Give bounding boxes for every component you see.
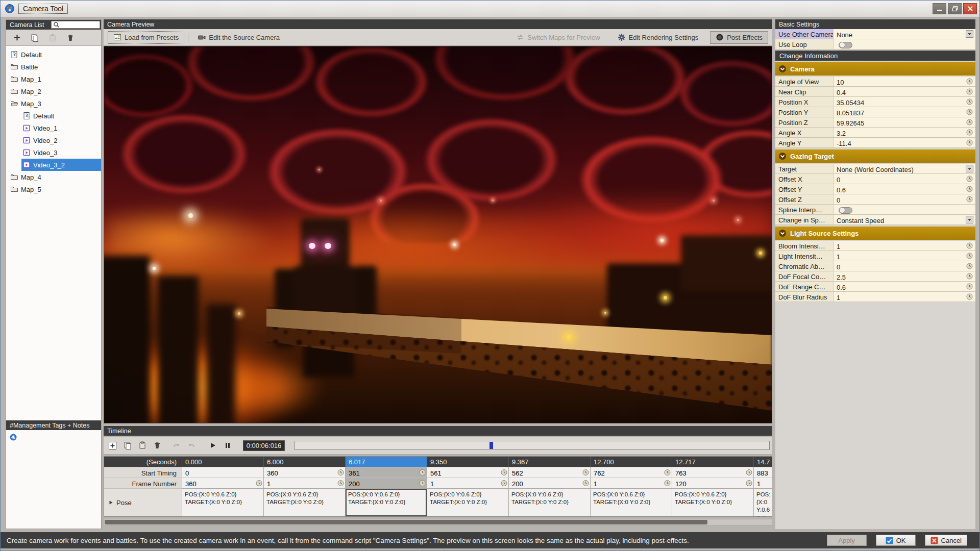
tree-item-battle[interactable]: Battle (6, 61, 101, 73)
start-timing-cell[interactable]: 883 (754, 467, 772, 478)
keyframe-icon[interactable] (963, 87, 975, 96)
keyframe-icon[interactable] (963, 107, 975, 117)
pose-cell[interactable]: POS:{X:0 Y:0.6 Z:0} TARGET:{X:0 Y:0 Z:0} (754, 488, 772, 516)
start-timing-cell[interactable]: 762 (591, 467, 672, 478)
keyframe-icon[interactable] (963, 271, 975, 281)
setting-value-position-y[interactable]: 8.051837 (833, 107, 963, 117)
setting-value-offset-z[interactable]: 0 (833, 194, 963, 204)
start-timing-cell[interactable]: 561 (427, 467, 509, 478)
pose-cell[interactable]: POS:{X:0 Y:0.6 Z:0} TARGET:{X:0 Y:0 Z:0} (509, 488, 591, 516)
restore-button[interactable] (948, 3, 962, 14)
keyframe-icon[interactable] (746, 469, 752, 476)
toggle-spline-interp[interactable] (839, 207, 852, 214)
edit-source-camera-button[interactable]: Edit the Source Camera (192, 31, 285, 44)
dropdown-button[interactable] (963, 215, 975, 224)
keyframe-icon[interactable] (963, 77, 975, 86)
timeline-scrubber[interactable] (295, 441, 770, 450)
dropdown-button[interactable] (963, 29, 975, 39)
setting-value-light-intensit[interactable]: 1 (833, 251, 963, 261)
playhead-marker[interactable] (489, 442, 493, 449)
setting-value-dof-range-c[interactable]: 0.6 (833, 282, 963, 291)
paste-camera-button[interactable] (46, 32, 59, 44)
keyframe-icon[interactable] (963, 282, 975, 291)
start-timing-cell[interactable]: 562 (509, 467, 591, 478)
scrollbar-thumb[interactable] (105, 520, 707, 524)
keyframe-icon[interactable] (337, 469, 344, 476)
timeline-column-header[interactable]: 6.000 (264, 457, 346, 467)
ok-button[interactable]: OK (876, 535, 916, 546)
start-timing-cell[interactable]: 361 (346, 467, 427, 478)
frame-number-cell[interactable]: 200 (346, 478, 427, 488)
camera-preview-viewport[interactable] (104, 46, 772, 423)
play-button[interactable] (206, 439, 219, 452)
keyframe-icon[interactable] (963, 261, 975, 271)
apply-button[interactable]: Apply (827, 535, 867, 546)
frame-number-cell[interactable]: 200 (509, 478, 591, 488)
cancel-button[interactable]: Cancel (925, 535, 967, 546)
timeline-column-header[interactable]: 9.367 (509, 457, 591, 467)
pose-cell[interactable]: POS:{X:0 Y:0.6 Z:0} TARGET:{X:0 Y:0 Z:0} (672, 488, 754, 516)
keyframe-icon[interactable] (963, 97, 975, 107)
tree-item-map-1[interactable]: Map_1 (6, 73, 101, 85)
tree-item-default[interactable]: Default (6, 48, 101, 61)
keyframe-icon[interactable] (963, 194, 975, 204)
dropdown-button[interactable] (963, 164, 975, 173)
close-button[interactable] (963, 3, 977, 14)
keyframe-icon[interactable] (419, 469, 426, 476)
add-camera-button[interactable] (11, 32, 23, 44)
tree-item-video-2[interactable]: Video_2 (6, 134, 101, 146)
setting-value-angle-y[interactable]: -11.4 (833, 138, 963, 147)
tree-item-map-3[interactable]: Map_3 (6, 97, 101, 110)
frame-number-cell[interactable]: 1 (754, 478, 772, 488)
pose-cell[interactable]: POS:{X:0 Y:0.6 Z:0} TARGET:{X:0 Y:0 Z:0} (427, 488, 509, 516)
load-from-presets-button[interactable]: Load from Presets (108, 31, 184, 44)
toggle-use-loop[interactable] (839, 42, 852, 48)
pose-cell[interactable]: POS:{X:0 Y:0.6 Z:0} TARGET:{X:0 Y:0 Z:0} (264, 488, 346, 516)
setting-value-offset-y[interactable]: 0.6 (833, 184, 963, 194)
keyframe-icon[interactable] (501, 480, 507, 487)
minimize-button[interactable] (933, 3, 946, 14)
keyframe-icon[interactable] (963, 251, 975, 261)
timeline-column-header[interactable]: 12.717 (672, 457, 754, 467)
pose-row-label[interactable]: Pose (104, 488, 182, 516)
keyframe-icon[interactable] (337, 480, 344, 487)
edit-rendering-settings-button[interactable]: Edit Rendering Settings (612, 31, 704, 44)
setting-value-dof-focal-co[interactable]: 2.5 (833, 271, 963, 281)
frame-number-cell[interactable]: 1 (427, 478, 509, 488)
setting-value-near-clip[interactable]: 0.4 (833, 87, 963, 96)
copy-keyframe-button[interactable] (121, 439, 134, 452)
keyframe-icon[interactable] (963, 184, 975, 194)
keyframe-icon[interactable] (746, 480, 752, 487)
keyframe-icon[interactable] (963, 138, 975, 147)
pose-cell[interactable]: POS:{X:0 Y:0.6 Z:0} TARGET:{X:0 Y:0 Z:0} (182, 488, 264, 516)
start-timing-cell[interactable]: 360 (264, 467, 346, 478)
setting-value-chromatic-ab[interactable]: 0 (833, 261, 963, 271)
tree-item-map-4[interactable]: Map_4 (6, 171, 101, 183)
keyframe-icon[interactable] (419, 480, 426, 487)
expander-icon[interactable] (108, 500, 113, 505)
tree-item-video-3-2[interactable]: Video_3_2 (6, 159, 101, 171)
add-keyframe-button[interactable] (106, 439, 119, 452)
timeline-column-header[interactable]: 14.7 (754, 457, 772, 467)
keyframe-icon[interactable] (256, 480, 262, 487)
pause-button[interactable] (221, 439, 234, 452)
frame-number-cell[interactable]: 360 (182, 478, 264, 488)
frame-number-cell[interactable]: 1 (591, 478, 672, 488)
section-header-gazing-target[interactable]: Gazing Target (775, 149, 975, 163)
start-timing-cell[interactable]: 0 (182, 467, 264, 478)
switch-maps-button[interactable]: Switch Maps for Preview (510, 31, 605, 44)
timeline-column-header[interactable]: 9.350 (427, 457, 509, 467)
tree-item-video-3[interactable]: Video_3 (6, 146, 101, 159)
section-header-camera[interactable]: Camera (775, 62, 975, 76)
setting-value-position-x[interactable]: 35.05434 (833, 97, 963, 107)
camera-list-search-input[interactable] (51, 21, 100, 29)
tree-item-map-2[interactable]: Map_2 (6, 85, 101, 97)
keyframe-icon[interactable] (963, 292, 975, 302)
setting-value-offset-x[interactable]: 0 (833, 174, 963, 184)
tree-item-map-5[interactable]: Map_5 (6, 183, 101, 195)
frame-number-cell[interactable]: 1 (264, 478, 346, 488)
pose-cell[interactable]: POS:{X:0 Y:0.6 Z:0} TARGET:{X:0 Y:0 Z:0} (346, 488, 427, 516)
pose-cell[interactable]: POS:{X:0 Y:0.6 Z:0} TARGET:{X:0 Y:0 Z:0} (591, 488, 672, 516)
tree-item-video-1[interactable]: Video_1 (6, 122, 101, 134)
section-header-light-source-settings[interactable]: Light Source Settings (775, 227, 975, 240)
